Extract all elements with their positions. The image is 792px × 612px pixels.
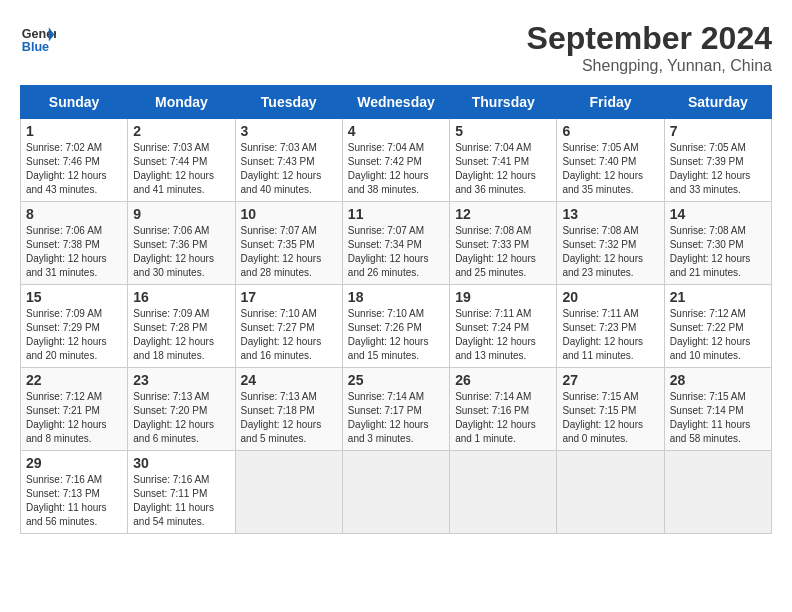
day-info: Sunrise: 7:08 AMSunset: 7:33 PMDaylight:…: [455, 224, 551, 280]
day-number: 15: [26, 289, 122, 305]
page-header: General Blue September 2024 Shengping, Y…: [20, 20, 772, 75]
table-row: 4Sunrise: 7:04 AMSunset: 7:42 PMDaylight…: [342, 119, 449, 202]
table-row: 15Sunrise: 7:09 AMSunset: 7:29 PMDayligh…: [21, 285, 128, 368]
table-row: 2Sunrise: 7:03 AMSunset: 7:44 PMDaylight…: [128, 119, 235, 202]
day-info: Sunrise: 7:04 AMSunset: 7:41 PMDaylight:…: [455, 141, 551, 197]
table-row: 11Sunrise: 7:07 AMSunset: 7:34 PMDayligh…: [342, 202, 449, 285]
calendar-header-row: Sunday Monday Tuesday Wednesday Thursday…: [21, 86, 772, 119]
day-info: Sunrise: 7:03 AMSunset: 7:44 PMDaylight:…: [133, 141, 229, 197]
table-row: 24Sunrise: 7:13 AMSunset: 7:18 PMDayligh…: [235, 368, 342, 451]
day-info: Sunrise: 7:09 AMSunset: 7:28 PMDaylight:…: [133, 307, 229, 363]
day-number: 10: [241, 206, 337, 222]
day-info: Sunrise: 7:11 AMSunset: 7:23 PMDaylight:…: [562, 307, 658, 363]
day-info: Sunrise: 7:07 AMSunset: 7:34 PMDaylight:…: [348, 224, 444, 280]
day-info: Sunrise: 7:16 AMSunset: 7:13 PMDaylight:…: [26, 473, 122, 529]
day-info: Sunrise: 7:12 AMSunset: 7:21 PMDaylight:…: [26, 390, 122, 446]
day-number: 6: [562, 123, 658, 139]
day-number: 12: [455, 206, 551, 222]
table-row: [235, 451, 342, 534]
col-saturday: Saturday: [664, 86, 771, 119]
table-row: 8Sunrise: 7:06 AMSunset: 7:38 PMDaylight…: [21, 202, 128, 285]
table-row: 10Sunrise: 7:07 AMSunset: 7:35 PMDayligh…: [235, 202, 342, 285]
table-row: 29Sunrise: 7:16 AMSunset: 7:13 PMDayligh…: [21, 451, 128, 534]
day-info: Sunrise: 7:09 AMSunset: 7:29 PMDaylight:…: [26, 307, 122, 363]
day-info: Sunrise: 7:16 AMSunset: 7:11 PMDaylight:…: [133, 473, 229, 529]
day-number: 14: [670, 206, 766, 222]
calendar-week-row: 29Sunrise: 7:16 AMSunset: 7:13 PMDayligh…: [21, 451, 772, 534]
day-info: Sunrise: 7:08 AMSunset: 7:30 PMDaylight:…: [670, 224, 766, 280]
day-number: 27: [562, 372, 658, 388]
day-number: 22: [26, 372, 122, 388]
table-row: 21Sunrise: 7:12 AMSunset: 7:22 PMDayligh…: [664, 285, 771, 368]
day-info: Sunrise: 7:08 AMSunset: 7:32 PMDaylight:…: [562, 224, 658, 280]
table-row: 13Sunrise: 7:08 AMSunset: 7:32 PMDayligh…: [557, 202, 664, 285]
table-row: 30Sunrise: 7:16 AMSunset: 7:11 PMDayligh…: [128, 451, 235, 534]
table-row: 6Sunrise: 7:05 AMSunset: 7:40 PMDaylight…: [557, 119, 664, 202]
day-info: Sunrise: 7:11 AMSunset: 7:24 PMDaylight:…: [455, 307, 551, 363]
day-info: Sunrise: 7:14 AMSunset: 7:16 PMDaylight:…: [455, 390, 551, 446]
day-info: Sunrise: 7:05 AMSunset: 7:39 PMDaylight:…: [670, 141, 766, 197]
day-info: Sunrise: 7:15 AMSunset: 7:15 PMDaylight:…: [562, 390, 658, 446]
day-info: Sunrise: 7:13 AMSunset: 7:18 PMDaylight:…: [241, 390, 337, 446]
day-number: 25: [348, 372, 444, 388]
day-info: Sunrise: 7:14 AMSunset: 7:17 PMDaylight:…: [348, 390, 444, 446]
svg-text:Blue: Blue: [22, 40, 49, 54]
location-subtitle: Shengping, Yunnan, China: [527, 57, 772, 75]
calendar-week-row: 15Sunrise: 7:09 AMSunset: 7:29 PMDayligh…: [21, 285, 772, 368]
day-info: Sunrise: 7:06 AMSunset: 7:38 PMDaylight:…: [26, 224, 122, 280]
table-row: 20Sunrise: 7:11 AMSunset: 7:23 PMDayligh…: [557, 285, 664, 368]
day-number: 5: [455, 123, 551, 139]
table-row: 22Sunrise: 7:12 AMSunset: 7:21 PMDayligh…: [21, 368, 128, 451]
day-info: Sunrise: 7:02 AMSunset: 7:46 PMDaylight:…: [26, 141, 122, 197]
day-info: Sunrise: 7:07 AMSunset: 7:35 PMDaylight:…: [241, 224, 337, 280]
day-number: 28: [670, 372, 766, 388]
table-row: 5Sunrise: 7:04 AMSunset: 7:41 PMDaylight…: [450, 119, 557, 202]
table-row: 23Sunrise: 7:13 AMSunset: 7:20 PMDayligh…: [128, 368, 235, 451]
table-row: [557, 451, 664, 534]
day-number: 9: [133, 206, 229, 222]
table-row: 3Sunrise: 7:03 AMSunset: 7:43 PMDaylight…: [235, 119, 342, 202]
logo: General Blue: [20, 20, 56, 56]
col-monday: Monday: [128, 86, 235, 119]
table-row: 16Sunrise: 7:09 AMSunset: 7:28 PMDayligh…: [128, 285, 235, 368]
day-number: 21: [670, 289, 766, 305]
day-number: 29: [26, 455, 122, 471]
table-row: 27Sunrise: 7:15 AMSunset: 7:15 PMDayligh…: [557, 368, 664, 451]
col-tuesday: Tuesday: [235, 86, 342, 119]
table-row: [342, 451, 449, 534]
day-number: 4: [348, 123, 444, 139]
col-friday: Friday: [557, 86, 664, 119]
day-number: 13: [562, 206, 658, 222]
calendar-table: Sunday Monday Tuesday Wednesday Thursday…: [20, 85, 772, 534]
table-row: 26Sunrise: 7:14 AMSunset: 7:16 PMDayligh…: [450, 368, 557, 451]
table-row: 14Sunrise: 7:08 AMSunset: 7:30 PMDayligh…: [664, 202, 771, 285]
table-row: 25Sunrise: 7:14 AMSunset: 7:17 PMDayligh…: [342, 368, 449, 451]
day-info: Sunrise: 7:06 AMSunset: 7:36 PMDaylight:…: [133, 224, 229, 280]
table-row: [664, 451, 771, 534]
table-row: 12Sunrise: 7:08 AMSunset: 7:33 PMDayligh…: [450, 202, 557, 285]
day-number: 18: [348, 289, 444, 305]
day-info: Sunrise: 7:10 AMSunset: 7:26 PMDaylight:…: [348, 307, 444, 363]
day-number: 3: [241, 123, 337, 139]
calendar-week-row: 1Sunrise: 7:02 AMSunset: 7:46 PMDaylight…: [21, 119, 772, 202]
day-number: 17: [241, 289, 337, 305]
day-info: Sunrise: 7:15 AMSunset: 7:14 PMDaylight:…: [670, 390, 766, 446]
day-number: 26: [455, 372, 551, 388]
table-row: 1Sunrise: 7:02 AMSunset: 7:46 PMDaylight…: [21, 119, 128, 202]
day-number: 2: [133, 123, 229, 139]
day-info: Sunrise: 7:03 AMSunset: 7:43 PMDaylight:…: [241, 141, 337, 197]
day-number: 1: [26, 123, 122, 139]
day-number: 20: [562, 289, 658, 305]
table-row: 7Sunrise: 7:05 AMSunset: 7:39 PMDaylight…: [664, 119, 771, 202]
calendar-week-row: 22Sunrise: 7:12 AMSunset: 7:21 PMDayligh…: [21, 368, 772, 451]
table-row: [450, 451, 557, 534]
day-info: Sunrise: 7:12 AMSunset: 7:22 PMDaylight:…: [670, 307, 766, 363]
day-number: 19: [455, 289, 551, 305]
col-sunday: Sunday: [21, 86, 128, 119]
day-number: 7: [670, 123, 766, 139]
col-thursday: Thursday: [450, 86, 557, 119]
day-number: 8: [26, 206, 122, 222]
day-number: 30: [133, 455, 229, 471]
table-row: 19Sunrise: 7:11 AMSunset: 7:24 PMDayligh…: [450, 285, 557, 368]
table-row: 9Sunrise: 7:06 AMSunset: 7:36 PMDaylight…: [128, 202, 235, 285]
